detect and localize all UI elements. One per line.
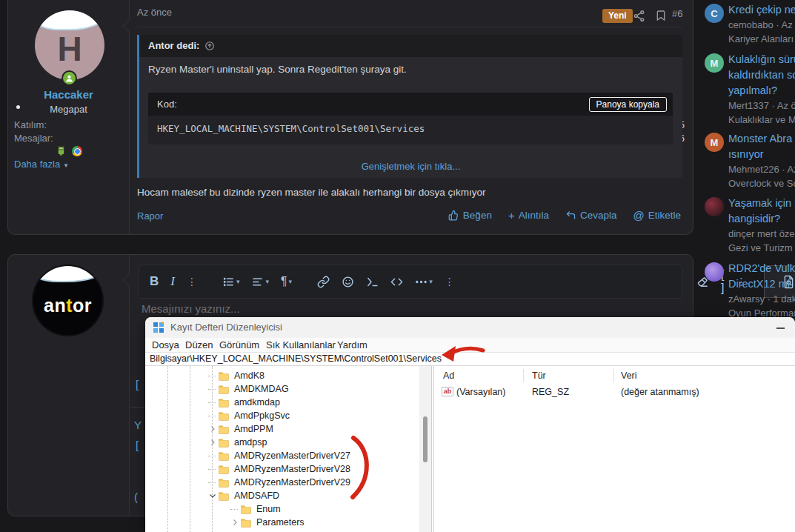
message-input-placeholder[interactable]: Mesajınızı yazınız...: [142, 302, 240, 315]
insert-menu-button[interactable]: ⋮: [445, 276, 455, 287]
tree-node[interactable]: [207, 529, 234, 532]
tree-node[interactable]: amdkmdap: [207, 396, 280, 409]
reply-button[interactable]: Cevapla: [565, 210, 617, 221]
topic-avatar[interactable]: M: [705, 53, 724, 73]
tree-node-label[interactable]: AmdPpkgSvc: [234, 410, 290, 421]
more-info-link[interactable]: Daha fazla ▾: [14, 159, 67, 170]
author-name[interactable]: Haccaker: [8, 88, 129, 101]
copy-to-clipboard-button[interactable]: Panoya kopyala: [589, 97, 667, 112]
post-number[interactable]: #6: [672, 8, 682, 19]
tree-node-label[interactable]: AmdK8: [234, 370, 265, 381]
column-separator[interactable]: [523, 369, 524, 382]
tree-node[interactable]: Parameters: [230, 516, 305, 529]
tree-scrollbar[interactable]: [419, 366, 431, 532]
topic-avatar[interactable]: M: [705, 133, 724, 152]
menu-dosya[interactable]: Dosya: [152, 338, 179, 352]
topic-avatar[interactable]: [705, 197, 724, 216]
list-button[interactable]: ▾: [222, 276, 240, 288]
topic-title-line[interactable]: Kulaklığın sürü: [728, 52, 795, 67]
tree-node[interactable]: AmdPpkgSvc: [207, 409, 290, 422]
menu-görünüm[interactable]: Görünüm: [219, 338, 259, 352]
column-header-data[interactable]: Veri: [621, 370, 637, 381]
tree-node[interactable]: AMDRyzenMasterDriverV28: [207, 462, 350, 476]
align-button[interactable]: ▾: [251, 276, 269, 288]
topic-title-line[interactable]: hangisidir?: [728, 211, 795, 227]
column-header-type[interactable]: Tür: [532, 370, 546, 381]
sidebar-topic-item[interactable]: RDR2'de VulkaDirectX12 mizAwarsy · 1 dak…: [700, 261, 795, 317]
bookmark-icon[interactable]: [655, 10, 667, 24]
tree-node-label[interactable]: Parameters: [256, 517, 305, 528]
tree-node-label[interactable]: amdpsp: [234, 437, 267, 448]
report-link[interactable]: Rapor: [137, 210, 163, 222]
topic-title-line[interactable]: yapılmalı?: [728, 83, 795, 99]
avatar[interactable]: H: [35, 10, 104, 80]
code-content[interactable]: HKEY_LOCAL_MACHINE\SYSTEM\ControlSet001\…: [148, 116, 673, 144]
tree-node-label[interactable]: amdkmdap: [234, 397, 280, 408]
column-separator[interactable]: [613, 369, 614, 382]
tree-node[interactable]: AMDSAFD: [207, 489, 279, 502]
tree-node-label[interactable]: AmdPPM: [234, 424, 273, 434]
column-header-name[interactable]: Ad: [443, 370, 454, 381]
like-button[interactable]: Beğen: [448, 210, 492, 221]
tag-button[interactable]: @ Etiketle: [633, 210, 681, 221]
more-options-button[interactable]: ▾: [415, 276, 433, 288]
topic-category[interactable]: Kariyer Alanları: [728, 32, 795, 46]
topic-title-line[interactable]: Kredi çekip ne: [728, 2, 795, 18]
tree-node-label[interactable]: AMDKMDAG: [234, 384, 289, 394]
tree-node[interactable]: amdpsp: [207, 436, 267, 449]
topic-title-line[interactable]: RDR2'de Vulka: [728, 261, 795, 276]
window-titlebar[interactable]: Kayıt Defteri Düzenleyicisi: [145, 317, 795, 338]
scrollbar-thumb[interactable]: [423, 416, 428, 462]
tree-node-label[interactable]: AMDRyzenMasterDriverV27: [234, 450, 350, 461]
sidebar-topic-item[interactable]: Yaşamak için uhangisidir?dinçer mert öze…: [700, 196, 795, 255]
menu-sık-kullanılanlar[interactable]: Sık Kullanılanlar: [266, 338, 336, 352]
topic-title-line[interactable]: kaldırdıktan so: [728, 67, 795, 83]
tree-node-label[interactable]: Enum: [256, 504, 281, 514]
chevron-right-icon[interactable]: [230, 517, 240, 528]
sidebar-topic-item[interactable]: CKredi çekip necemobabo · Az öKariyer Al…: [700, 2, 795, 46]
tree-node[interactable]: AmdPPM: [207, 422, 273, 436]
registry-editor-window[interactable]: Kayıt Defteri Düzenleyicisi DosyaDüzenGö…: [145, 317, 795, 532]
topic-title-line[interactable]: Monster Abra: [728, 131, 795, 147]
share-icon[interactable]: [633, 10, 645, 25]
quote-header[interactable]: Antor dedi:: [139, 35, 682, 57]
tree-node[interactable]: Enum: [230, 502, 281, 516]
topic-title-line[interactable]: DirectX12 mi: [728, 276, 795, 292]
chevron-right-icon[interactable]: [207, 424, 218, 434]
topic-avatar[interactable]: [705, 262, 724, 282]
tree-node[interactable]: AMDKMDAG: [207, 382, 289, 396]
topic-category[interactable]: Gezi ve Turizm: [728, 241, 795, 255]
emoji-button[interactable]: [342, 276, 354, 288]
sidebar-topic-item[interactable]: MKulaklığın sürükaldırdıktan soyapılmalı…: [700, 52, 795, 127]
text-format-menu-button[interactable]: ⋮: [187, 276, 197, 287]
topic-avatar[interactable]: C: [705, 4, 724, 23]
menu-yardım[interactable]: Yardım: [337, 338, 367, 352]
tree-node-label[interactable]: AMDRyzenMasterDriverV29: [234, 477, 350, 488]
tree-node-label[interactable]: AMDRyzenMasterDriverV28: [234, 464, 350, 474]
insert-link-button[interactable]: [317, 276, 330, 288]
topic-category[interactable]: Oyun Performan: [728, 306, 795, 317]
registry-value-row[interactable]: ab (Varsayılan) REG_SZ (değer atanmamış): [435, 386, 795, 399]
bold-button[interactable]: B: [150, 274, 159, 289]
topic-category[interactable]: Kulaklıklar ve M: [728, 113, 795, 127]
tree-node[interactable]: AMDRyzenMasterDriverV29: [207, 476, 350, 489]
inline-code-button[interactable]: [366, 276, 379, 288]
chevron-down-icon[interactable]: [207, 491, 218, 501]
minimize-icon[interactable]: [776, 327, 785, 329]
menu-düzen[interactable]: Düzen: [185, 338, 213, 352]
topic-title-line[interactable]: Yaşamak için u: [728, 196, 795, 211]
quote-button[interactable]: + Alıntıla: [508, 210, 549, 221]
tree-node[interactable]: AMDRyzenMasterDriverV27: [207, 449, 350, 462]
tree-node[interactable]: AmdK8: [207, 369, 265, 382]
current-user-avatar[interactable]: antor: [32, 265, 104, 336]
post-timestamp[interactable]: Az önce: [137, 7, 172, 18]
paragraph-format-button[interactable]: ¶▾: [281, 275, 292, 288]
topic-title-line[interactable]: ısınıyor: [728, 147, 795, 162]
italic-button[interactable]: I: [170, 274, 175, 289]
address-bar[interactable]: Bilgisayar\HKEY_LOCAL_MACHINE\SYSTEM\Con…: [145, 352, 795, 366]
sidebar-topic-item[interactable]: MMonster AbraısınıyorMehmet226 · AzOverc…: [700, 131, 795, 190]
arrow-up-circle-icon[interactable]: [204, 41, 215, 51]
expand-quote-link[interactable]: Genişletmek için tıkla...: [139, 161, 682, 172]
pane-splitter[interactable]: [431, 366, 432, 532]
tree-node-label[interactable]: AMDSAFD: [234, 491, 279, 501]
